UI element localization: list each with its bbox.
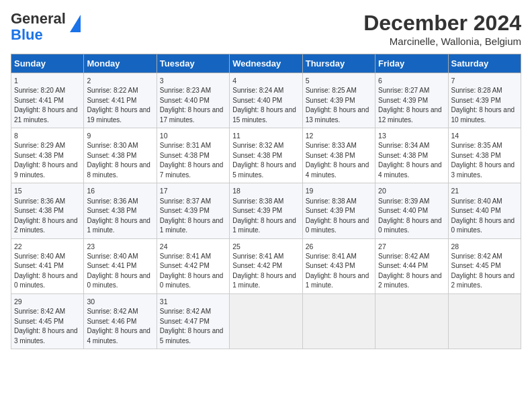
calendar-cell: 24Sunrise: 8:41 AMSunset: 4:42 PMDayligh… (157, 238, 229, 293)
sunset-text: Sunset: 4:42 PM (232, 262, 282, 269)
location-title: Marcinelle, Wallonia, Belgium (363, 36, 521, 47)
calendar-cell: 27Sunrise: 8:42 AMSunset: 4:44 PMDayligh… (375, 238, 448, 293)
sunset-text: Sunset: 4:42 PM (160, 262, 210, 269)
day-content: Sunrise: 8:30 AMSunset: 4:38 PMDaylight:… (87, 141, 153, 180)
calendar-week-row: 15Sunrise: 8:36 AMSunset: 4:38 PMDayligh… (11, 183, 521, 238)
sunrise-text: Sunrise: 8:42 AM (451, 253, 502, 260)
column-header-thursday: Thursday (302, 54, 375, 73)
calendar-cell: 1Sunrise: 8:20 AMSunset: 4:41 PMDaylight… (11, 73, 84, 128)
daylight-text: Daylight: 8 hours and 0 minutes. (14, 272, 78, 289)
daylight-text: Daylight: 8 hours and 1 minute. (232, 272, 296, 289)
calendar-cell: 7Sunrise: 8:28 AMSunset: 4:39 PMDaylight… (448, 73, 521, 128)
column-header-friday: Friday (375, 54, 448, 73)
sunrise-text: Sunrise: 8:34 AM (378, 142, 429, 149)
calendar-cell: 2Sunrise: 8:22 AMSunset: 4:41 PMDaylight… (84, 73, 157, 128)
day-number: 27 (378, 242, 386, 250)
day-content: Sunrise: 8:20 AMSunset: 4:41 PMDaylight:… (14, 86, 81, 125)
day-number: 5 (306, 77, 310, 85)
day-content: Sunrise: 8:40 AMSunset: 4:41 PMDaylight:… (87, 252, 153, 291)
day-content: Sunrise: 8:41 AMSunset: 4:43 PMDaylight:… (306, 252, 372, 291)
logo-triangle-icon (70, 15, 81, 32)
day-content: Sunrise: 8:29 AMSunset: 4:38 PMDaylight:… (14, 141, 81, 180)
day-content: Sunrise: 8:22 AMSunset: 4:41 PMDaylight:… (87, 86, 153, 125)
daylight-text: Daylight: 8 hours and 4 minutes. (306, 161, 369, 179)
column-header-saturday: Saturday (448, 54, 521, 73)
day-content: Sunrise: 8:35 AMSunset: 4:38 PMDaylight:… (451, 141, 518, 180)
daylight-text: Daylight: 8 hours and 4 minutes. (378, 161, 442, 179)
daylight-text: Daylight: 8 hours and 5 minutes. (160, 327, 224, 345)
sunrise-text: Sunrise: 8:23 AM (160, 87, 211, 94)
column-header-monday: Monday (84, 54, 157, 73)
sunrise-text: Sunrise: 8:42 AM (87, 308, 138, 315)
day-number: 20 (378, 187, 386, 195)
logo: General Blue (11, 11, 81, 43)
day-number: 17 (160, 187, 168, 195)
logo-text: General Blue (11, 11, 66, 43)
sunset-text: Sunset: 4:39 PM (232, 207, 282, 214)
calendar-cell: 8Sunrise: 8:29 AMSunset: 4:38 PMDaylight… (11, 128, 84, 183)
day-number: 4 (232, 77, 236, 85)
sunset-text: Sunset: 4:40 PM (232, 97, 282, 104)
day-content: Sunrise: 8:38 AMSunset: 4:39 PMDaylight:… (232, 197, 299, 236)
sunset-text: Sunset: 4:39 PM (378, 97, 428, 104)
sunset-text: Sunset: 4:47 PM (160, 318, 210, 325)
calendar-cell: 12Sunrise: 8:33 AMSunset: 4:38 PMDayligh… (302, 128, 375, 183)
sunrise-text: Sunrise: 8:35 AM (451, 142, 502, 149)
day-content: Sunrise: 8:39 AMSunset: 4:40 PMDaylight:… (378, 197, 445, 236)
sunrise-text: Sunrise: 8:42 AM (160, 308, 211, 315)
month-title: December 2024 (363, 11, 521, 36)
daylight-text: Daylight: 8 hours and 3 minutes. (451, 161, 515, 179)
day-number: 29 (14, 298, 22, 306)
day-content: Sunrise: 8:33 AMSunset: 4:38 PMDaylight:… (306, 141, 372, 180)
daylight-text: Daylight: 8 hours and 0 minutes. (451, 217, 515, 234)
day-content: Sunrise: 8:24 AMSunset: 4:40 PMDaylight:… (232, 86, 299, 125)
sunrise-text: Sunrise: 8:28 AM (451, 87, 502, 94)
calendar-cell: 11Sunrise: 8:32 AMSunset: 4:38 PMDayligh… (230, 128, 302, 183)
calendar-cell: 26Sunrise: 8:41 AMSunset: 4:43 PMDayligh… (302, 238, 375, 293)
sunrise-text: Sunrise: 8:41 AM (232, 253, 283, 260)
sunrise-text: Sunrise: 8:29 AM (14, 142, 65, 149)
calendar-week-row: 22Sunrise: 8:40 AMSunset: 4:41 PMDayligh… (11, 238, 521, 293)
calendar-cell: 29Sunrise: 8:42 AMSunset: 4:45 PMDayligh… (11, 293, 84, 349)
calendar-cell: 23Sunrise: 8:40 AMSunset: 4:41 PMDayligh… (84, 238, 157, 293)
daylight-text: Daylight: 8 hours and 0 minutes. (87, 272, 150, 289)
sunrise-text: Sunrise: 8:39 AM (378, 197, 429, 205)
calendar-cell (302, 293, 375, 349)
sunset-text: Sunset: 4:38 PM (14, 207, 64, 214)
calendar-cell: 14Sunrise: 8:35 AMSunset: 4:38 PMDayligh… (448, 128, 521, 183)
calendar-cell: 6Sunrise: 8:27 AMSunset: 4:39 PMDaylight… (375, 73, 448, 128)
sunrise-text: Sunrise: 8:30 AM (87, 142, 138, 149)
daylight-text: Daylight: 8 hours and 15 minutes. (232, 106, 296, 124)
sunset-text: Sunset: 4:46 PM (87, 318, 136, 325)
day-content: Sunrise: 8:42 AMSunset: 4:45 PMDaylight:… (14, 307, 81, 346)
day-number: 6 (378, 77, 382, 85)
sunrise-text: Sunrise: 8:33 AM (306, 142, 357, 149)
day-number: 28 (451, 242, 459, 250)
sunset-text: Sunset: 4:38 PM (14, 152, 64, 159)
daylight-text: Daylight: 8 hours and 1 minute. (160, 217, 224, 234)
day-number: 1 (14, 77, 18, 85)
daylight-text: Daylight: 8 hours and 12 minutes. (378, 106, 442, 124)
day-content: Sunrise: 8:27 AMSunset: 4:39 PMDaylight:… (378, 86, 445, 125)
calendar-cell: 15Sunrise: 8:36 AMSunset: 4:38 PMDayligh… (11, 183, 84, 238)
day-number: 11 (232, 132, 240, 140)
sunrise-text: Sunrise: 8:27 AM (378, 87, 429, 94)
day-content: Sunrise: 8:37 AMSunset: 4:39 PMDaylight:… (160, 197, 226, 236)
daylight-text: Daylight: 8 hours and 0 minutes. (378, 217, 442, 234)
daylight-text: Daylight: 8 hours and 1 minute. (306, 272, 369, 289)
title-area: December 2024 Marcinelle, Wallonia, Belg… (363, 11, 521, 47)
sunrise-text: Sunrise: 8:41 AM (160, 253, 211, 260)
day-content: Sunrise: 8:34 AMSunset: 4:38 PMDaylight:… (378, 141, 445, 180)
day-content: Sunrise: 8:42 AMSunset: 4:45 PMDaylight:… (451, 252, 518, 291)
calendar-cell: 28Sunrise: 8:42 AMSunset: 4:45 PMDayligh… (448, 238, 521, 293)
calendar-week-row: 1Sunrise: 8:20 AMSunset: 4:41 PMDaylight… (11, 73, 521, 128)
daylight-text: Daylight: 8 hours and 17 minutes. (160, 106, 224, 124)
sunrise-text: Sunrise: 8:20 AM (14, 87, 65, 94)
calendar-cell: 10Sunrise: 8:31 AMSunset: 4:38 PMDayligh… (157, 128, 229, 183)
day-content: Sunrise: 8:36 AMSunset: 4:38 PMDaylight:… (87, 197, 153, 236)
calendar-cell: 5Sunrise: 8:25 AMSunset: 4:39 PMDaylight… (302, 73, 375, 128)
day-number: 9 (87, 132, 91, 140)
sunset-text: Sunset: 4:41 PM (14, 262, 64, 269)
sunset-text: Sunset: 4:38 PM (87, 152, 136, 159)
column-header-wednesday: Wednesday (230, 54, 302, 73)
